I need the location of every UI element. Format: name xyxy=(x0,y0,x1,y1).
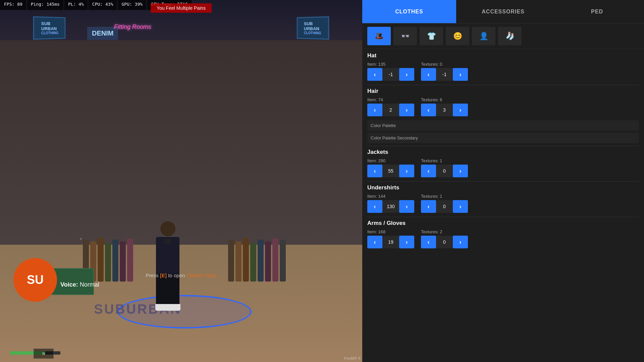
sections-container: Hat Item: 135 ‹ -1 › Textures: 0 ‹ -1 › xyxy=(362,49,644,362)
hair-item-ctrl: ‹ 2 › xyxy=(367,104,414,116)
hint-press: Press xyxy=(146,273,160,278)
arms-gloves-textures-val: 0 xyxy=(436,236,453,248)
hat-textures-ctrl: ‹ -1 › xyxy=(421,68,468,81)
jackets-textures-next[interactable]: › xyxy=(453,165,468,177)
suburban-sign-left: SUB URBAN CLOTHING xyxy=(33,16,66,40)
arms-gloves-controls: Item: 168 ‹ 19 › Textures: 2 ‹ 0 › xyxy=(367,229,639,248)
undershirts-textures-ctrl: ‹ 0 › xyxy=(421,200,468,213)
undershirts-textures-prev[interactable]: ‹ xyxy=(421,200,436,213)
arms-gloves-item-val: 19 xyxy=(382,236,399,248)
color-palette-secondary-section: Color Palette Secondary xyxy=(367,133,639,143)
divider-2 xyxy=(367,146,639,146)
hair-section: Hair Item: 74 ‹ 2 › Textures: 6 ‹ 3 › xyxy=(367,88,639,116)
undershirts-textures-val: 0 xyxy=(436,200,453,213)
hat-item-next[interactable]: › xyxy=(399,68,414,81)
interaction-hint: Press [E] to open Clothes Shop xyxy=(146,273,217,278)
arms-gloves-item-prev[interactable]: ‹ xyxy=(367,236,382,248)
ping-counter: Ping: 145ms xyxy=(27,0,64,10)
undershirts-item-val: 130 xyxy=(382,200,399,213)
undershirts-item-next[interactable]: › xyxy=(399,200,414,213)
hint-to-open: to open xyxy=(167,273,186,278)
right-panel: CLOTHES ACCESSORIES PED 🎩 👓 👕 😊 👤 🧦 Hat … xyxy=(362,0,644,362)
arms-gloves-textures-next[interactable]: › xyxy=(453,236,468,248)
jackets-item-next[interactable]: › xyxy=(399,165,414,177)
color-palette-label: Color Palette xyxy=(371,123,636,128)
player-character xyxy=(148,221,188,315)
glasses-icon-btn[interactable]: 👓 xyxy=(393,27,417,45)
su-logo: SU xyxy=(13,258,57,302)
hat-textures-val: -1 xyxy=(436,68,453,81)
icon-bar: 🎩 👓 👕 😊 👤 🧦 xyxy=(362,23,644,49)
fps-counter: FPS: 89 xyxy=(0,0,27,10)
hair-controls: Item: 74 ‹ 2 › Textures: 6 ‹ 3 › xyxy=(367,97,639,116)
undershirts-item-label: Item: 144 xyxy=(367,194,414,199)
hair-textures-label: Textures: 6 xyxy=(421,97,468,102)
socks-icon-btn[interactable]: 🧦 xyxy=(498,27,522,45)
hair-title: Hair xyxy=(367,88,639,95)
tab-clothes[interactable]: CLOTHES xyxy=(362,0,456,23)
jackets-title: Jackets xyxy=(367,149,639,156)
arms-gloves-textures-label: Textures: 2 xyxy=(421,229,468,234)
divider-3 xyxy=(367,181,639,182)
hair-textures-ctrl: ‹ 3 › xyxy=(421,104,468,116)
arms-gloves-item-label: Item: 168 xyxy=(367,229,414,234)
jacket-rack-right xyxy=(228,238,286,282)
arms-gloves-item-next[interactable]: › xyxy=(399,236,414,248)
color-palette-secondary-label: Color Palette Secondary xyxy=(371,135,636,140)
undershirts-textures-next[interactable]: › xyxy=(453,200,468,213)
undershirts-title: Undershirts xyxy=(367,184,639,191)
hint-shop: Clothes Shop xyxy=(186,273,216,278)
tab-bar: CLOTHES ACCESSORIES PED xyxy=(362,0,644,23)
undershirts-item-ctrl: ‹ 130 › xyxy=(367,200,414,213)
hair-item-prev[interactable]: ‹ xyxy=(367,104,382,116)
jackets-textures-ctrl: ‹ 0 › xyxy=(421,165,468,177)
fitting-rooms-sign: Fitting Rooms xyxy=(114,23,151,31)
jackets-controls: Item: 290 ‹ 55 › Textures: 1 ‹ 0 › xyxy=(367,158,639,177)
suburban-sign-right: SUB URBAN CLOTHING xyxy=(297,16,329,40)
jackets-section: Jackets Item: 290 ‹ 55 › Textures: 1 ‹ 0 xyxy=(367,149,639,177)
tab-accessories[interactable]: ACCESSORIES xyxy=(456,0,550,23)
hat-textures-prev[interactable]: ‹ xyxy=(421,68,436,81)
game-viewport: SUB URBAN CLOTHING DENIM Fitting Rooms S… xyxy=(0,0,362,362)
jackets-textures-label: Textures: 1 xyxy=(421,158,468,163)
arms-gloves-title: Arms / Gloves xyxy=(367,220,639,227)
shirt-icon-btn[interactable]: 👕 xyxy=(420,27,443,45)
jackets-textures-prev[interactable]: ‹ xyxy=(421,165,436,177)
divider-4 xyxy=(367,217,639,217)
jackets-item-label: Item: 290 xyxy=(367,158,414,163)
hair-item-next[interactable]: › xyxy=(399,104,414,116)
color-palette-section: Color Palette xyxy=(367,120,639,131)
undershirts-textures-label: Textures: 1 xyxy=(421,194,468,199)
hat-icon-btn[interactable]: 🎩 xyxy=(367,27,391,45)
hat-section: Hat Item: 135 ‹ -1 › Textures: 0 ‹ -1 › xyxy=(367,52,639,81)
hair-item-label: Item: 74 xyxy=(367,97,414,102)
hat-item-prev[interactable]: ‹ xyxy=(367,68,382,81)
hint-key: [E] xyxy=(160,273,167,278)
hair-textures-prev[interactable]: ‹ xyxy=(421,104,436,116)
hat-controls: Item: 135 ‹ -1 › Textures: 0 ‹ -1 › xyxy=(367,62,639,81)
arms-gloves-section: Arms / Gloves Item: 168 ‹ 19 › Textures:… xyxy=(367,220,639,248)
voice-value: Normal xyxy=(80,281,99,288)
undershirts-item-prev[interactable]: ‹ xyxy=(367,200,382,213)
divider-1 xyxy=(367,85,639,85)
jackets-item-val: 55 xyxy=(382,165,399,177)
hat-title: Hat xyxy=(367,52,639,59)
tab-ped[interactable]: PED xyxy=(550,0,644,23)
hair-textures-next[interactable]: › xyxy=(453,104,468,116)
jackets-item-ctrl: ‹ 55 › xyxy=(367,165,414,177)
jackets-textures-val: 0 xyxy=(436,165,453,177)
face-icon-btn[interactable]: 😊 xyxy=(446,27,469,45)
person-icon-btn[interactable]: 👤 xyxy=(472,27,495,45)
undershirts-section: Undershirts Item: 144 ‹ 130 › Textures: … xyxy=(367,184,639,213)
hat-item-val: -1 xyxy=(382,68,399,81)
store-walls xyxy=(0,40,362,245)
minimap: N xyxy=(34,349,54,359)
arms-gloves-textures-prev[interactable]: ‹ xyxy=(421,236,436,248)
arms-gloves-textures-ctrl: ‹ 0 › xyxy=(421,236,468,248)
pl-counter: PL: 4% xyxy=(64,0,88,10)
cpu-counter: CPU: 43% xyxy=(88,0,118,10)
jackets-item-prev[interactable]: ‹ xyxy=(367,165,382,177)
hat-item-ctrl: ‹ -1 › xyxy=(367,68,414,81)
hat-textures-next[interactable]: › xyxy=(453,68,468,81)
hair-item-val: 2 xyxy=(382,104,399,116)
